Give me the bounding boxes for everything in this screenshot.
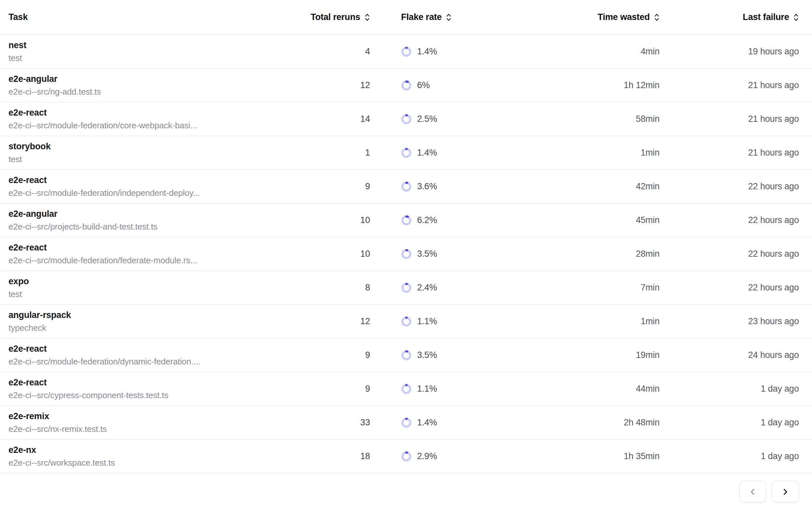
- total-reruns-value: 9: [365, 181, 370, 191]
- chevron-left-icon: [749, 488, 757, 496]
- table-row[interactable]: e2e-react e2e-ci--src/module-federation/…: [0, 237, 812, 271]
- last-failure-value: 1 day ago: [761, 384, 799, 394]
- task-target: test: [8, 289, 237, 299]
- task-name: e2e-remix: [8, 411, 237, 421]
- time-wasted-value: 44min: [636, 384, 660, 394]
- total-reruns-value: 9: [365, 350, 370, 360]
- total-reruns-cell: 4: [237, 47, 370, 57]
- time-wasted-value: 58min: [636, 114, 660, 124]
- task-name: e2e-nx: [8, 445, 237, 455]
- last-failure-cell: 23 hours ago: [660, 316, 799, 327]
- task-cell: e2e-angular e2e-ci--src/projects-build-a…: [8, 209, 237, 232]
- last-failure-cell: 1 day ago: [660, 451, 799, 461]
- table-row[interactable]: e2e-react e2e-ci--src/module-federation/…: [0, 103, 812, 136]
- last-failure-value: 24 hours ago: [748, 350, 799, 360]
- total-reruns-value: 33: [360, 417, 370, 428]
- task-name: e2e-react: [8, 243, 237, 253]
- flaky-tasks-table: Task Total reruns Flake rate Time wasted: [0, 0, 812, 473]
- total-reruns-value: 18: [360, 451, 370, 461]
- next-page-button[interactable]: [772, 481, 799, 503]
- task-target: e2e-ci--src/module-federation/independen…: [8, 188, 237, 198]
- table-row[interactable]: e2e-react e2e-ci--src/cypress-component-…: [0, 372, 812, 406]
- donut-progress-icon: [401, 417, 412, 428]
- table-row[interactable]: e2e-react e2e-ci--src/module-federation/…: [0, 339, 812, 372]
- total-reruns-value: 9: [365, 384, 370, 394]
- flake-rate-cell: 1.4%: [370, 148, 534, 158]
- flake-rate-cell: 3.6%: [370, 181, 534, 192]
- flake-rate-value: 1.4%: [417, 417, 437, 428]
- column-header-total-reruns-label: Total reruns: [310, 12, 360, 22]
- task-cell: e2e-react e2e-ci--src/module-federation/…: [8, 108, 237, 131]
- time-wasted-cell: 58min: [534, 114, 660, 124]
- total-reruns-cell: 1: [237, 148, 370, 158]
- table-row[interactable]: e2e-nx e2e-ci--src/workspace.test.ts 18 …: [0, 440, 812, 473]
- time-wasted-cell: 28min: [534, 249, 660, 259]
- time-wasted-value: 45min: [636, 215, 660, 225]
- table-row[interactable]: e2e-angular e2e-ci--src/projects-build-a…: [0, 204, 812, 237]
- last-failure-cell: 22 hours ago: [660, 215, 799, 225]
- time-wasted-value: 4min: [641, 47, 660, 57]
- chevron-right-icon: [781, 488, 789, 496]
- last-failure-value: 21 hours ago: [748, 80, 799, 90]
- sort-chevrons-icon[interactable]: [364, 13, 370, 22]
- time-wasted-value: 42min: [636, 181, 660, 191]
- task-target: e2e-ci--src/module-federation/core-webpa…: [8, 121, 237, 131]
- task-cell: e2e-remix e2e-ci--src/nx-remix.test.ts: [8, 411, 237, 434]
- column-header-total-reruns[interactable]: Total reruns: [237, 12, 370, 22]
- flake-rate-value: 2.5%: [417, 114, 437, 124]
- time-wasted-value: 19min: [636, 350, 660, 360]
- table-header-row: Task Total reruns Flake rate Time wasted: [0, 0, 812, 35]
- time-wasted-cell: 7min: [534, 283, 660, 293]
- task-target: e2e-ci--src/ng-add.test.ts: [8, 87, 237, 97]
- time-wasted-cell: 1h 12min: [534, 80, 660, 90]
- last-failure-cell: 22 hours ago: [660, 249, 799, 259]
- last-failure-value: 21 hours ago: [748, 148, 799, 158]
- last-failure-cell: 22 hours ago: [660, 181, 799, 191]
- table-row[interactable]: angular-rspack typecheck 12 1.1% 1min 23…: [0, 305, 812, 339]
- time-wasted-cell: 42min: [534, 181, 660, 191]
- last-failure-value: 1 day ago: [761, 417, 799, 428]
- flake-rate-value: 1.1%: [417, 316, 437, 327]
- column-header-last-failure[interactable]: Last failure: [660, 12, 799, 22]
- table-row[interactable]: e2e-remix e2e-ci--src/nx-remix.test.ts 3…: [0, 406, 812, 440]
- last-failure-value: 21 hours ago: [748, 114, 799, 124]
- total-reruns-value: 10: [360, 249, 370, 259]
- table-row[interactable]: e2e-angular e2e-ci--src/ng-add.test.ts 1…: [0, 69, 812, 103]
- time-wasted-value: 1h 35min: [624, 451, 660, 461]
- task-cell: e2e-react e2e-ci--src/module-federation/…: [8, 175, 237, 198]
- time-wasted-value: 2h 48min: [624, 417, 660, 428]
- total-reruns-cell: 9: [237, 350, 370, 360]
- sort-chevrons-icon[interactable]: [446, 13, 451, 22]
- last-failure-cell: 24 hours ago: [660, 350, 799, 360]
- last-failure-value: 22 hours ago: [748, 215, 799, 225]
- time-wasted-cell: 1min: [534, 316, 660, 327]
- task-name: e2e-react: [8, 175, 237, 185]
- task-cell: e2e-react e2e-ci--src/module-federation/…: [8, 243, 237, 265]
- total-reruns-value: 14: [360, 114, 370, 124]
- donut-progress-icon: [401, 249, 412, 259]
- column-header-time-wasted[interactable]: Time wasted: [534, 12, 660, 22]
- task-target: e2e-ci--src/workspace.test.ts: [8, 458, 237, 468]
- last-failure-cell: 21 hours ago: [660, 80, 799, 90]
- flake-rate-cell: 1.4%: [370, 417, 534, 428]
- previous-page-button[interactable]: [739, 481, 766, 503]
- task-name: e2e-react: [8, 108, 237, 118]
- flake-rate-cell: 2.4%: [370, 283, 534, 293]
- table-row[interactable]: storybook test 1 1.4% 1min 21 hours ago: [0, 136, 812, 170]
- sort-chevrons-icon[interactable]: [654, 13, 660, 22]
- column-header-flake-rate[interactable]: Flake rate: [370, 12, 534, 22]
- sort-chevrons-icon[interactable]: [793, 13, 799, 22]
- donut-progress-icon: [401, 148, 412, 158]
- total-reruns-value: 1: [365, 148, 370, 158]
- time-wasted-cell: 4min: [534, 47, 660, 57]
- table-row[interactable]: nest test 4 1.4% 4min 19 hours ago: [0, 35, 812, 69]
- flake-rate-cell: 1.4%: [370, 47, 534, 57]
- time-wasted-value: 28min: [636, 249, 660, 259]
- table-row[interactable]: expo test 8 2.4% 7min 22 hours ago: [0, 271, 812, 305]
- total-reruns-cell: 9: [237, 384, 370, 394]
- task-cell: nest test: [8, 40, 237, 63]
- table-row[interactable]: e2e-react e2e-ci--src/module-federation/…: [0, 170, 812, 204]
- total-reruns-cell: 8: [237, 283, 370, 293]
- column-header-flake-rate-label: Flake rate: [401, 12, 442, 22]
- donut-progress-icon: [401, 47, 412, 57]
